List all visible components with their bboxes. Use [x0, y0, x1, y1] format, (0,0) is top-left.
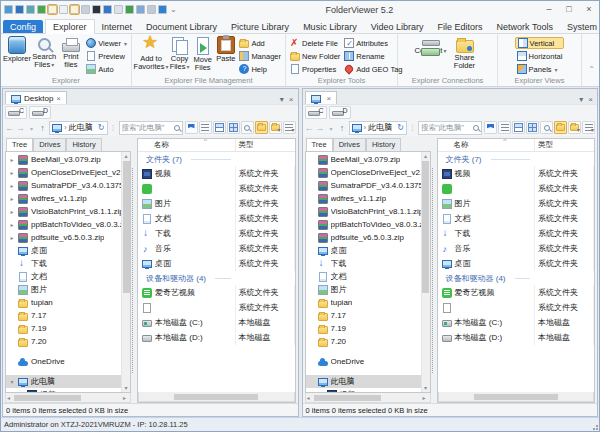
tree-item[interactable]: 视频 [306, 388, 421, 392]
tree-item[interactable]: 图片 [6, 283, 121, 296]
scroll-thumb[interactable] [314, 395, 381, 401]
list-row[interactable]: 设备和驱动器 (4) [438, 271, 595, 285]
quick-access-icon[interactable] [114, 5, 123, 14]
column-header-type[interactable]: 类型 [235, 139, 295, 151]
list-row[interactable]: 本地磁盘 (C:) 本地磁盘 [438, 315, 595, 330]
expander-icon[interactable]: ▸ [9, 182, 15, 189]
tree-item[interactable]: 桌面 [6, 244, 121, 257]
tab-list-dropdown-icon[interactable] [579, 95, 583, 104]
move-files-button[interactable]: Move Files [191, 35, 214, 73]
split-horizontal-button[interactable] [213, 121, 226, 134]
list-row[interactable]: 桌面 系统文件夹 [138, 256, 295, 271]
ribbon-tab[interactable]: Music Library [296, 20, 364, 33]
layout-dropdown-button[interactable] [582, 121, 595, 134]
tree-vertical-scrollbar[interactable] [121, 152, 130, 392]
close-panel-icon[interactable] [289, 95, 294, 104]
back-icon[interactable] [5, 123, 14, 133]
refresh-icon[interactable] [397, 123, 404, 132]
list-row[interactable]: 视频 系统文件夹 [438, 166, 595, 181]
list-row[interactable]: 下载 系统文件夹 [138, 226, 295, 241]
tree-item[interactable]: 7.17 [306, 309, 421, 322]
scroll-up-icon[interactable] [124, 152, 127, 160]
list-row[interactable]: 文件夹 (7) [138, 152, 295, 166]
column-header-name[interactable]: 名称 [138, 139, 235, 151]
list-row[interactable]: 音乐 系统文件夹 [138, 241, 295, 256]
forward-icon[interactable] [16, 123, 25, 133]
panel-tab-desktop[interactable]: Desktop [5, 91, 67, 104]
column-header-type[interactable]: 类型 [534, 139, 594, 151]
panels-button[interactable]: Panels [515, 63, 565, 75]
tree-item[interactable]: tupian [6, 296, 121, 309]
list-row[interactable]: 图片 系统文件夹 [438, 196, 595, 211]
list-row[interactable]: 文档 系统文件夹 [138, 211, 295, 226]
tree-item[interactable]: pptBatchToVideo_v8.0.3.zip [306, 218, 421, 231]
maximize-button[interactable]: □ [559, 2, 579, 17]
splitter-handle[interactable] [132, 168, 136, 373]
ribbon-tab[interactable]: Network Tools [490, 20, 560, 33]
close-tab-icon[interactable] [327, 94, 332, 103]
list-row[interactable]: 系统文件夹 [438, 181, 595, 196]
tree-item[interactable]: ▸ pdfsuite_v6.5.0.3.zip [6, 231, 121, 244]
quick-access-icon[interactable] [103, 5, 112, 14]
quick-access-icon[interactable] [4, 5, 13, 14]
grid-view-button[interactable] [526, 121, 539, 134]
properties-button[interactable]: Properties [288, 63, 342, 75]
drive-button[interactable]: D [329, 106, 351, 119]
folder-pane-button[interactable] [255, 121, 268, 134]
tree-tab[interactable]: Tree [306, 138, 333, 151]
tree-item[interactable] [6, 368, 121, 375]
tree-item[interactable]: ▸ BeeMail_v3.079.zip [6, 153, 121, 166]
folder-options-button[interactable] [568, 121, 581, 134]
tree-item[interactable]: 下载 [306, 257, 421, 270]
list-row[interactable]: 文档 系统文件夹 [438, 211, 595, 226]
expander-icon[interactable]: ▸ [9, 208, 15, 215]
tree-item[interactable]: 此电脑 [306, 375, 421, 388]
quick-access-icon[interactable] [48, 5, 57, 14]
search-files-button[interactable]: Search Files [31, 35, 58, 70]
zoom-button[interactable] [241, 121, 254, 134]
list-row[interactable]: 文件夹 (7) [438, 152, 595, 166]
list-row[interactable]: 视频 系统文件夹 [138, 166, 295, 181]
close-button[interactable]: × [579, 2, 599, 17]
ribbon-tab[interactable]: File Editors [431, 20, 490, 33]
collapse-ribbon-icon[interactable]: ⌃ [588, 65, 595, 74]
expander-icon[interactable]: ▸ [9, 156, 15, 163]
scroll-left-icon[interactable] [7, 394, 13, 401]
scroll-left-icon[interactable] [307, 394, 313, 401]
breadcrumb[interactable]: 此电脑 [49, 121, 108, 135]
list-row[interactable]: 本地磁盘 (D:) 本地磁盘 [138, 330, 295, 345]
auto-button[interactable]: Auto [84, 63, 129, 75]
split-horizontal-button[interactable] [512, 121, 525, 134]
list-row[interactable]: 系统文件夹 [138, 181, 295, 196]
drive-button[interactable]: C [305, 106, 327, 119]
scroll-thumb[interactable] [474, 394, 558, 400]
ribbon-tab[interactable]: Picture Library [224, 20, 296, 33]
share-folder-button[interactable]: Share Folder [448, 35, 482, 71]
ribbon-tab[interactable]: Video Library [364, 20, 431, 33]
zoom-button[interactable] [540, 121, 553, 134]
new-folder-button[interactable]: New Folder [288, 50, 342, 62]
tree-item[interactable]: 文档 [6, 270, 121, 283]
quick-access-icon[interactable] [158, 5, 167, 14]
help-button[interactable]: Help [237, 63, 283, 75]
tree-item[interactable]: tupian [306, 296, 421, 309]
expander-icon[interactable]: ▸ [9, 195, 15, 202]
tree-item[interactable]: pdfsuite_v6.5.0.3.zip [306, 231, 421, 244]
tree-item[interactable]: OneDrive [306, 355, 421, 368]
tree-item[interactable]: wdfres_v1.1.zip [306, 192, 421, 205]
resize-grip[interactable] [589, 421, 599, 431]
tree-item[interactable]: 7.19 [6, 322, 121, 335]
forward-icon[interactable] [316, 123, 325, 133]
tab-list-dropdown-icon[interactable] [280, 95, 284, 104]
list-row[interactable]: 系统文件夹 [138, 300, 295, 315]
column-header-name[interactable]: 名称 [438, 139, 535, 151]
pin-view-button[interactable] [484, 121, 497, 134]
add-button[interactable]: Add [237, 37, 283, 49]
connect-button[interactable]: Connect [414, 35, 448, 55]
scroll-thumb[interactable] [422, 161, 429, 293]
ribbon-tab[interactable]: System Tools [560, 20, 600, 33]
scroll-down-icon[interactable] [424, 384, 427, 392]
scroll-right-icon[interactable] [423, 394, 429, 401]
close-tab-icon[interactable] [56, 94, 61, 103]
ribbon-tab[interactable]: Internet [95, 20, 140, 33]
